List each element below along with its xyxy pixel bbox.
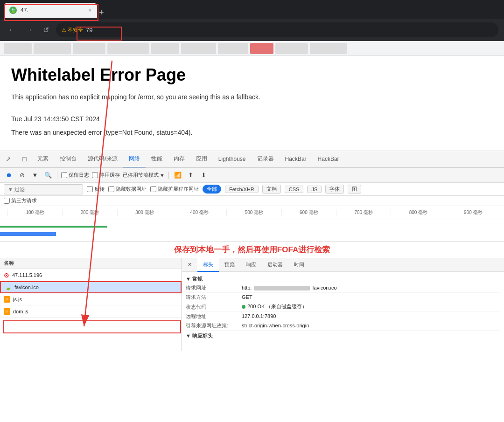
url-blurred [254, 286, 310, 291]
devtools-tab-console[interactable]: 控制台 [54, 151, 82, 168]
tick-500ms: 500 毫秒 [226, 209, 281, 216]
bookmark-item[interactable] [107, 43, 149, 54]
preserve-log-label[interactable]: 保留日志 [61, 172, 89, 179]
filter-chip-css[interactable]: CSS [285, 186, 304, 193]
filter-chip-js[interactable]: JS [307, 186, 322, 193]
reload-button[interactable]: ↺ [39, 23, 52, 36]
devtools-tab-inspect[interactable]: ↗ [0, 151, 17, 168]
filter-chip-doc[interactable]: 文档 [262, 185, 281, 194]
bookmark-item red[interactable] [250, 43, 273, 54]
download-button[interactable]: ⬇ [199, 170, 209, 180]
timeline-blue-bar [0, 232, 56, 236]
filter-chip-img[interactable]: 图 [348, 185, 361, 194]
third-party-checkbox[interactable] [4, 198, 10, 204]
status-dot-icon [242, 305, 245, 309]
disable-cache-label[interactable]: 停用缓存 [92, 172, 120, 179]
devtools-tab-network[interactable]: 网络 [123, 151, 146, 168]
tick-200ms: 200 毫秒 [62, 209, 117, 216]
disable-cache-checkbox[interactable] [92, 172, 98, 178]
filter-chip-all[interactable]: 全部 [203, 185, 221, 194]
timeline-green-bar [0, 226, 107, 228]
active-tab[interactable]: 🍃 47. × [4, 3, 97, 18]
filter-input[interactable] [4, 184, 83, 194]
details-tab-close[interactable]: ✕ [182, 258, 197, 272]
file-row-favicon[interactable]: 🍃 favicon.ico [0, 281, 182, 293]
devtools-tab-application[interactable]: 应用 [190, 151, 213, 168]
filter-chip-fetch-xhr[interactable]: Fetch/XHR [225, 186, 259, 193]
filter-chip-font[interactable]: 字体 [325, 185, 344, 194]
throttle-arrow-icon: ▼ [160, 173, 165, 178]
details-tab-initiator[interactable]: 启动器 [262, 258, 288, 272]
devtools-tab-elements[interactable]: 元素 [32, 151, 54, 168]
address-bar[interactable]: ⚠ 不安全 79 [56, 22, 498, 37]
referrer-policy-value: strict-origin-when-cross-origin [242, 323, 309, 328]
bookmark-item[interactable] [275, 43, 308, 54]
tick-100ms: 100 毫秒 [7, 209, 62, 216]
tick-400ms: 400 毫秒 [172, 209, 226, 216]
detail-row-status: 状态代码: 200 OK （来自磁盘缓存） [186, 302, 500, 312]
search-button[interactable]: 🔍 [43, 170, 53, 180]
hide-data-urls-label[interactable]: 隐藏数据网址 [108, 186, 147, 193]
forward-button[interactable]: → [22, 23, 35, 36]
devtools-tab-device[interactable]: □ [17, 151, 32, 168]
error-title: Whitelabel Error Page [11, 65, 493, 85]
upload-button[interactable]: ⬆ [186, 170, 196, 180]
details-panel: ✕ 标头 预览 响应 启动器 时间 ▼ 常规 请求网址: http: [182, 258, 504, 351]
favicon-name: favicon.ico [14, 284, 39, 290]
status-text: 200 OK （来自磁盘缓存） [247, 303, 307, 310]
toolbar-separator [57, 172, 57, 179]
hide-data-urls-checkbox[interactable] [108, 186, 114, 192]
tab-close-button[interactable]: × [89, 7, 91, 13]
details-tab-timing[interactable]: 时间 [288, 258, 310, 272]
detail-row-method: 请求方法: GET [186, 293, 500, 302]
reverse-checkbox[interactable] [87, 186, 93, 192]
throttle-select[interactable]: 已停用节流模式 ▼ [123, 172, 165, 179]
bookmark-item[interactable] [73, 43, 105, 54]
tick-700ms: 700 毫秒 [336, 209, 391, 216]
domjs-icon: js [4, 308, 10, 315]
page-content: Whitelabel Error Page This application h… [0, 56, 504, 151]
file-row-domjs[interactable]: js dom.js [0, 305, 182, 318]
details-general-section: ▼ 常规 请求网址: http: favicon.ico 请求方法: GET [182, 272, 504, 342]
hide-extension-label[interactable]: 隐藏扩展程序网址 [150, 186, 199, 193]
bookmark-item[interactable] [218, 43, 248, 54]
bookmark-item[interactable] [310, 43, 347, 54]
back-button[interactable]: ← [6, 23, 19, 36]
details-tab-response[interactable]: 响应 [240, 258, 262, 272]
bookmark-item[interactable] [4, 43, 32, 54]
general-section-header: ▼ 常规 [186, 274, 500, 284]
file-row-ip[interactable]: ⊗ 47.111.5.196 [0, 269, 182, 281]
file-row-js[interactable]: js js.js [0, 293, 182, 305]
wifi-button[interactable]: 📶 [173, 170, 183, 180]
bookmark-item[interactable] [151, 43, 179, 54]
bookmark-item[interactable] [34, 43, 71, 54]
hide-extension-checkbox[interactable] [150, 186, 156, 192]
devtools-tab-sources[interactable]: 源代码/来源 [82, 151, 123, 168]
filter-button[interactable]: ▼ [30, 170, 40, 180]
method-value: GET [242, 294, 252, 300]
devtools-tab-performance[interactable]: 性能 [146, 151, 168, 168]
devtools-tab-hackbar2[interactable]: HackBar [312, 151, 345, 168]
third-party-label[interactable]: 第三方请求 [4, 197, 37, 204]
preserve-log-checkbox[interactable] [61, 172, 67, 178]
details-tab-headers[interactable]: 标头 [197, 258, 219, 272]
domjs-filename: dom.js [13, 309, 28, 314]
devtools-tab-hackbar1[interactable]: HackBar [280, 151, 312, 168]
remote-addr-value: 127.0.0.1:7890 [242, 313, 276, 319]
stop-button[interactable]: ⊘ [17, 170, 27, 180]
url-key: 请求网址: [186, 284, 242, 291]
devtools-tab-recorder[interactable]: 记录器 [252, 151, 280, 168]
details-tab-preview[interactable]: 预览 [219, 258, 240, 272]
reverse-label[interactable]: 反转 [87, 186, 105, 193]
js-icon: js [4, 296, 10, 303]
bookmarks-bar [0, 41, 504, 56]
devtools-tab-memory[interactable]: 内存 [168, 151, 190, 168]
tab-favicon: 🍃 [9, 7, 17, 14]
tab-area: 🍃 47. × + [4, 1, 500, 18]
detail-row-referrer-policy: 引荐来源网址政策: strict-origin-when-cross-origi… [186, 321, 500, 331]
devtools-tab-lighthouse[interactable]: Lighthouse [213, 151, 252, 168]
method-key: 请求方法: [186, 294, 242, 301]
bookmark-item[interactable] [181, 43, 216, 54]
new-tab-button[interactable]: + [99, 8, 104, 18]
record-button[interactable]: ⏺ [4, 170, 14, 180]
